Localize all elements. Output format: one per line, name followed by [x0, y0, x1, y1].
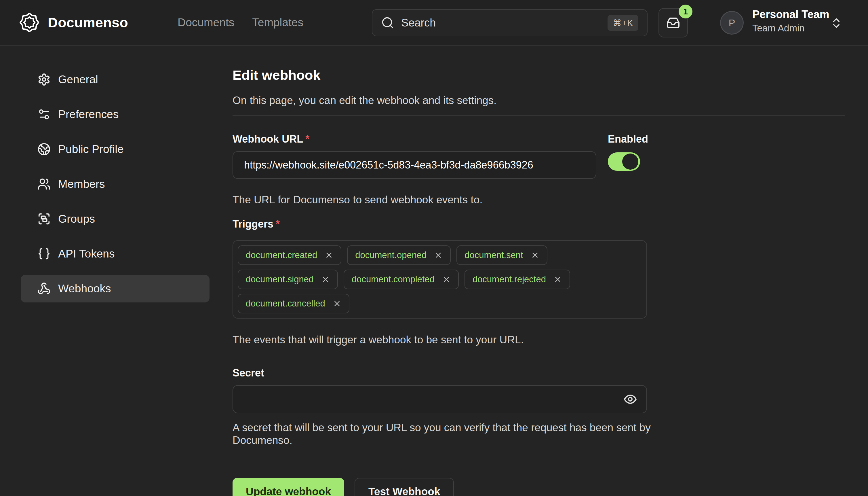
sidebar-item-label: Groups — [58, 213, 95, 225]
inbox-icon — [666, 16, 680, 30]
webhook-url-label-text: Webhook URL — [232, 133, 303, 145]
eye-icon[interactable] — [623, 392, 637, 406]
webhook-form: Enabled Webhook URL* The URL for Documen… — [232, 133, 868, 496]
chip-remove-icon[interactable] — [531, 251, 539, 260]
trigger-chip-label: document.cancelled — [246, 298, 325, 309]
trigger-chip: document.cancelled — [238, 294, 349, 313]
trigger-chip-label: document.signed — [246, 274, 314, 284]
chip-remove-icon[interactable] — [321, 275, 330, 284]
users-icon — [37, 177, 51, 191]
braces-icon — [37, 247, 51, 260]
chip-remove-icon[interactable] — [442, 275, 451, 284]
required-asterisk: * — [305, 133, 309, 145]
trigger-chip: document.rejected — [465, 269, 570, 289]
page-title: Edit webhook — [232, 68, 868, 82]
secret-helper: A secret that will be sent to your URL s… — [232, 421, 673, 447]
sidebar-item-api-tokens[interactable]: API Tokens — [21, 240, 210, 267]
form-actions: Update webhook Test Webhook — [232, 478, 868, 496]
secret-input[interactable] — [232, 385, 647, 413]
avatar[interactable]: P — [720, 11, 744, 34]
sidebar-item-webhooks[interactable]: Webhooks — [21, 275, 210, 303]
nav-templates[interactable]: Templates — [252, 16, 303, 29]
page-description: On this page, you can edit the webhook a… — [232, 94, 868, 107]
webhook-icon — [37, 282, 51, 295]
documenso-app: Documenso Documents Templates ⌘+K 1 P Pe… — [0, 0, 868, 496]
team-switcher[interactable]: Personal Team Team Admin — [752, 8, 830, 34]
toggle-knob — [622, 154, 638, 170]
enabled-field: Enabled — [608, 133, 648, 171]
trigger-chip-label: document.opened — [355, 250, 427, 260]
nav-documents[interactable]: Documents — [178, 16, 234, 29]
webhook-url-input[interactable] — [232, 151, 596, 179]
search-bar[interactable]: ⌘+K — [372, 9, 647, 36]
header: Documenso Documents Templates ⌘+K 1 P Pe… — [0, 0, 868, 46]
sidebar-item-preferences[interactable]: Preferences — [21, 100, 210, 128]
chip-remove-icon[interactable] — [553, 275, 562, 284]
search-input[interactable] — [401, 17, 601, 29]
sidebar-item-label: API Tokens — [58, 247, 115, 260]
trigger-chip-label: document.sent — [465, 250, 523, 260]
edit-webhook-page: Edit webhook On this page, you can edit … — [232, 68, 868, 496]
enabled-toggle[interactable] — [608, 152, 640, 171]
search-icon — [381, 16, 394, 29]
triggers-multiselect[interactable]: document.created document.opened documen… — [232, 240, 647, 319]
section-divider — [232, 115, 845, 116]
sidebar-item-members[interactable]: Members — [21, 170, 210, 198]
search-shortcut-badge: ⌘+K — [608, 15, 638, 31]
trigger-chip: document.opened — [347, 245, 451, 265]
chip-remove-icon[interactable] — [325, 251, 333, 260]
team-role: Team Admin — [752, 22, 830, 34]
group-icon — [37, 212, 51, 226]
sidebar-item-general[interactable]: General — [21, 66, 210, 93]
team-name: Personal Team — [752, 8, 830, 21]
trigger-chip: document.sent — [456, 245, 547, 265]
sliders-icon — [37, 108, 51, 121]
avatar-initial: P — [729, 17, 735, 29]
trigger-chip: document.completed — [344, 269, 459, 289]
update-webhook-button[interactable]: Update webhook — [232, 478, 344, 496]
brand-logo[interactable]: Documenso — [18, 12, 128, 33]
sidebar-item-label: Members — [58, 178, 105, 190]
sidebar-item-label: Preferences — [58, 108, 118, 121]
test-webhook-button[interactable]: Test Webhook — [355, 478, 454, 496]
sidebar-item-label: General — [58, 73, 98, 86]
chip-remove-icon[interactable] — [333, 299, 341, 308]
trigger-chip-label: document.completed — [352, 274, 435, 284]
inbox-count-badge: 1 — [679, 5, 692, 18]
triggers-label-text: Triggers — [232, 218, 273, 230]
chevrons-up-down-icon[interactable] — [830, 17, 843, 29]
gear-icon — [37, 73, 51, 86]
webhook-url-label: Webhook URL* — [232, 133, 868, 145]
triggers-label: Triggers* — [232, 218, 868, 230]
required-asterisk: * — [276, 218, 280, 230]
sidebar-item-label: Public Profile — [58, 143, 124, 156]
secret-label: Secret — [232, 367, 868, 379]
secret-field — [232, 385, 647, 413]
triggers-helper: The events that will trigger a webhook t… — [232, 334, 868, 346]
inbox-button[interactable]: 1 — [658, 8, 688, 37]
trigger-chip: document.signed — [238, 269, 338, 289]
trigger-chip-label: document.created — [246, 250, 317, 260]
chip-remove-icon[interactable] — [434, 251, 443, 260]
sidebar-item-public-profile[interactable]: Public Profile — [21, 135, 210, 163]
trigger-chip-label: document.rejected — [472, 274, 546, 284]
webhook-url-helper: The URL for Documenso to send webhook ev… — [232, 193, 868, 206]
settings-sidebar: General Preferences Public Profile Membe… — [21, 66, 210, 310]
sidebar-item-groups[interactable]: Groups — [21, 205, 210, 233]
globe-icon — [37, 143, 51, 156]
documenso-logo-icon — [18, 12, 40, 33]
brand-name: Documenso — [48, 15, 128, 31]
top-navigation: Documents Templates — [178, 0, 303, 45]
enabled-label: Enabled — [608, 133, 648, 145]
sidebar-item-label: Webhooks — [58, 282, 111, 295]
trigger-chip: document.created — [238, 245, 341, 265]
